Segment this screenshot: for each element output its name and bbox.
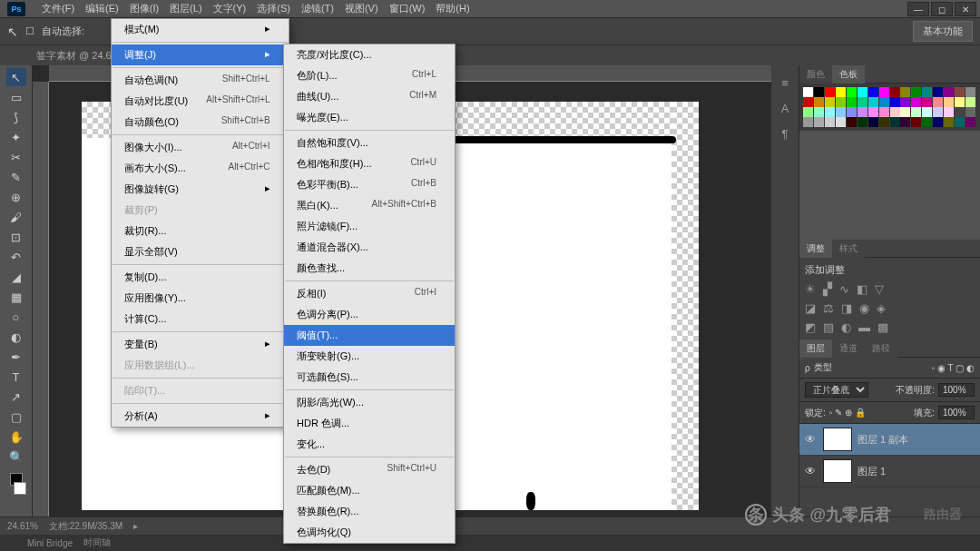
color-swatch[interactable] (890, 117, 900, 127)
color-swatch[interactable] (858, 97, 867, 107)
color-swatch[interactable] (836, 117, 846, 127)
menu-item[interactable]: 变化... (284, 434, 455, 455)
color-swatch[interactable] (836, 97, 846, 107)
menu-item[interactable]: 色调均化(Q) (284, 522, 455, 543)
menu-item[interactable]: 色阶(L)...Ctrl+L (284, 65, 455, 86)
menu-item[interactable]: 颜色查找... (284, 258, 455, 279)
color-swatch[interactable] (868, 117, 878, 127)
layer-thumbnail[interactable] (823, 459, 852, 483)
color-swatch[interactable] (911, 117, 921, 127)
color-swatch[interactable] (814, 87, 824, 97)
menu-item[interactable]: 通道混合器(X)... (284, 237, 455, 258)
menu-item[interactable]: 应用图像(Y)... (112, 288, 289, 309)
menu-layer[interactable]: 图层(L) (164, 0, 207, 18)
menu-item[interactable]: 色调分离(P)... (284, 304, 455, 325)
eyedropper-tool-icon[interactable]: ✎ (6, 168, 26, 186)
brush-tool-icon[interactable]: 🖌 (6, 208, 26, 226)
menu-item[interactable]: 阈值(T)... (284, 325, 455, 346)
vibrance-adj-icon[interactable]: ▽ (875, 282, 884, 296)
color-swatch[interactable] (825, 107, 835, 117)
color-swatch[interactable] (944, 107, 954, 117)
balance-adj-icon[interactable]: ⚖ (823, 301, 834, 315)
menu-select[interactable]: 选择(S) (251, 0, 296, 18)
color-swatch[interactable] (900, 87, 910, 97)
shape-tool-icon[interactable]: ▢ (6, 408, 26, 426)
menu-item[interactable]: 渐变映射(G)... (284, 346, 455, 367)
swatches-panel-tab[interactable]: 色板 (832, 65, 865, 84)
color-swatch[interactable] (965, 87, 975, 97)
layer-name[interactable]: 图层 1 副本 (858, 433, 908, 447)
color-swatch[interactable] (933, 117, 943, 127)
menu-item[interactable]: 画布大小(S)...Alt+Ctrl+C (112, 158, 289, 179)
blend-mode-select[interactable]: 正片叠底 (805, 382, 868, 398)
menu-item[interactable]: 去色(D)Shift+Ctrl+U (284, 459, 455, 480)
channels-panel-tab[interactable]: 通道 (832, 339, 865, 358)
layer-thumbnail[interactable] (823, 428, 852, 451)
threshold-adj-icon[interactable]: ◐ (841, 320, 851, 334)
path-tool-icon[interactable]: ↗ (6, 388, 26, 406)
menu-item[interactable]: 计算(C)... (112, 309, 289, 330)
gradient-adj-icon[interactable]: ▬ (858, 320, 870, 334)
menu-item[interactable]: 裁切(R)... (112, 221, 289, 241)
color-swatch[interactable] (803, 107, 813, 117)
color-swatch[interactable] (955, 97, 965, 107)
menu-item[interactable]: 替换颜色(R)... (284, 501, 455, 522)
color-swatch[interactable] (814, 97, 824, 107)
color-swatch[interactable] (825, 97, 835, 107)
move-tool-icon[interactable]: ↖ (6, 68, 26, 86)
color-swatch[interactable] (890, 107, 900, 117)
color-swatch[interactable] (933, 97, 943, 107)
menu-item[interactable]: 模式(M) (112, 19, 289, 40)
menu-item[interactable]: 自然饱和度(V)... (284, 133, 455, 153)
close-icon[interactable]: ✕ (955, 2, 976, 16)
menu-item[interactable]: HDR 色调... (284, 413, 455, 434)
wand-tool-icon[interactable]: ✦ (6, 128, 26, 146)
layer-item[interactable]: 👁 图层 1 (799, 456, 980, 487)
zoom-level[interactable]: 24.61% (7, 521, 38, 531)
stamp-tool-icon[interactable]: ⊡ (6, 228, 26, 246)
color-panel-tab[interactable]: 颜色 (799, 65, 832, 84)
color-swatch[interactable] (879, 97, 889, 107)
menu-item[interactable]: 调整(J) (112, 44, 289, 65)
color-swatch[interactable] (965, 117, 975, 127)
color-swatch[interactable] (900, 117, 910, 127)
color-swatch[interactable] (847, 97, 857, 107)
color-swatch[interactable] (879, 117, 889, 127)
curves-adj-icon[interactable]: ∿ (839, 282, 849, 296)
heal-tool-icon[interactable]: ⊕ (6, 188, 26, 206)
paths-panel-tab[interactable]: 路径 (865, 339, 897, 358)
menu-item[interactable]: 自动对比度(U)Alt+Shift+Ctrl+L (112, 91, 289, 112)
color-swatch[interactable] (858, 87, 867, 97)
selective-adj-icon[interactable]: ▩ (877, 320, 888, 334)
color-swatch[interactable] (944, 117, 954, 127)
color-swatch[interactable] (825, 117, 835, 127)
color-swatch[interactable] (879, 87, 889, 97)
menu-item[interactable]: 图像大小(I)...Alt+Ctrl+I (112, 137, 289, 158)
zoom-tool-icon[interactable]: 🔍 (6, 448, 26, 466)
layers-panel-tab[interactable]: 图层 (799, 339, 832, 358)
color-swatch[interactable] (890, 97, 900, 107)
menu-item[interactable]: 色相/饱和度(H)...Ctrl+U (284, 153, 455, 174)
menu-item[interactable]: 黑白(K)...Alt+Shift+Ctrl+B (284, 195, 455, 216)
color-swatch[interactable] (868, 107, 878, 117)
color-swatch[interactable] (868, 97, 878, 107)
color-swatch[interactable] (803, 117, 813, 127)
color-swatch[interactable] (944, 87, 954, 97)
move-tool-icon[interactable]: ↖ (7, 25, 18, 39)
color-swatch[interactable] (825, 87, 835, 97)
menu-item[interactable]: 阴影/高光(W)... (284, 392, 455, 413)
minimize-icon[interactable]: — (907, 2, 929, 16)
color-swatch[interactable] (922, 107, 932, 117)
timeline-tab[interactable]: 时间轴 (83, 536, 111, 549)
menu-item[interactable]: 图像旋转(G) (112, 179, 289, 200)
color-swatch[interactable] (911, 107, 921, 117)
menu-item[interactable]: 可选颜色(S)... (284, 367, 455, 388)
doc-size[interactable]: 文档:22.9M/35.3M (49, 520, 122, 533)
color-swatch[interactable] (900, 107, 910, 117)
menu-help[interactable]: 帮助(H) (430, 0, 475, 18)
exposure-adj-icon[interactable]: ◧ (857, 282, 867, 296)
color-swatch[interactable] (847, 107, 857, 117)
color-swatch[interactable] (879, 107, 889, 117)
color-swatch[interactable] (836, 87, 846, 97)
history-panel-icon[interactable]: ≡ (775, 73, 795, 93)
